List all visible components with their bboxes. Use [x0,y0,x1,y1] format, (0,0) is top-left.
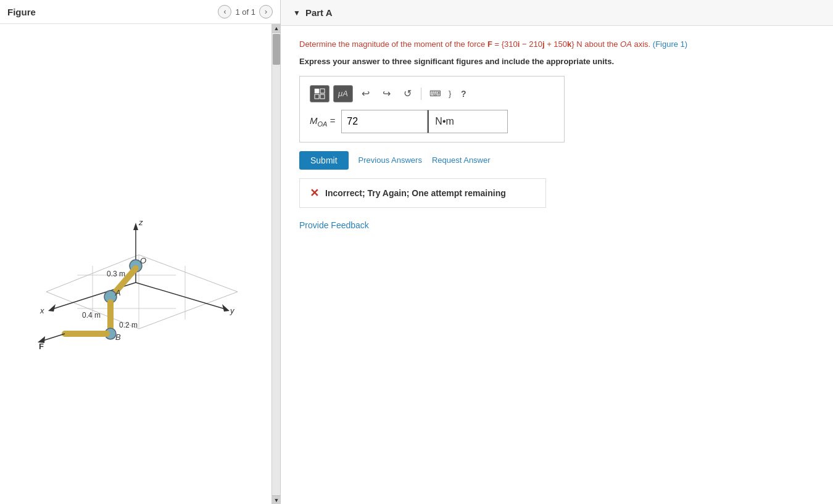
prev-figure-button[interactable]: ‹ [218,5,231,19]
request-answer-link[interactable]: Request Answer [432,155,491,165]
figure-content: z x y O A [0,24,280,504]
svg-text:y: y [230,306,235,315]
svg-marker-13 [48,304,56,312]
svg-text:A: A [115,288,121,297]
undo-button[interactable]: ↩ [357,85,374,102]
keyboard-button[interactable]: ⌨ [426,85,444,102]
help-button[interactable]: ? [455,85,472,102]
scroll-up-button[interactable]: ▲ [272,24,280,33]
svg-text:F: F [39,342,44,351]
svg-text:z: z [138,218,143,227]
answer-box: μA ↩ ↪ ↺ ⌨ } ? MOA = N•m [299,76,565,143]
svg-rect-35 [315,94,319,99]
figure-link[interactable]: (Figure 1) [653,39,687,49]
moa-label: MOA = [310,115,335,128]
svg-marker-16 [222,304,230,312]
part-collapse-arrow[interactable]: ▼ [293,9,300,17]
page-indicator: 1 of 1 [235,7,255,17]
error-box: ✕ Incorrect; Try Again; One attempt rema… [299,178,546,208]
svg-text:B: B [115,333,121,342]
error-icon: ✕ [310,186,319,200]
svg-line-15 [136,283,225,309]
svg-line-1 [139,255,238,292]
figure-svg-area: z x y O A [0,24,271,504]
content-area: Determine the magnitude of the moment of… [281,26,833,242]
reset-button[interactable]: ↺ [399,85,416,102]
units-box: N•m [428,110,508,133]
previous-answers-link[interactable]: Previous Answers [358,155,422,165]
answer-input[interactable] [341,110,428,133]
moa-sub: OA [318,120,328,128]
units-value: N•m [435,116,454,127]
problem-description: Determine the magnitude of the moment of… [299,39,650,49]
toolbar-separator [421,88,421,100]
submit-row: Submit Previous Answers Request Answer [299,151,814,170]
provide-feedback-link[interactable]: Provide Feedback [299,220,369,230]
mu-button[interactable]: μA [333,85,353,102]
matrix-button[interactable] [310,85,329,102]
svg-rect-36 [320,94,325,99]
redo-button[interactable]: ↪ [378,85,395,102]
left-panel: Figure ‹ 1 of 1 › [0,0,281,504]
toolbar: μA ↩ ↪ ↺ ⌨ } ? [310,85,554,102]
nav-controls: ‹ 1 of 1 › [218,5,273,19]
svg-marker-10 [133,223,138,230]
instructions: Express your answer to three significant… [299,57,814,66]
input-row: MOA = N•m [310,110,554,133]
svg-text:x: x [39,306,44,315]
right-panel: ▼ Part A Determine the magnitude of the … [281,0,833,504]
scrollbar-thumb[interactable] [273,34,280,65]
mu-label: μA [338,89,348,98]
svg-text:O: O [140,256,146,265]
error-message: Incorrect; Try Again; One attempt remain… [325,188,506,198]
part-title: Part A [305,7,333,18]
next-figure-button[interactable]: › [259,5,273,19]
svg-text:0.2 m: 0.2 m [119,321,138,329]
problem-text: Determine the magnitude of the moment of… [299,38,814,51]
figure-title: Figure [7,7,218,17]
moa-equals: = [330,115,336,126]
bracket-label: } [449,89,451,98]
moa-m: M [310,115,318,126]
svg-rect-34 [320,89,325,93]
svg-line-3 [139,292,238,329]
svg-rect-33 [315,89,319,93]
figure-diagram: z x y O A [15,175,250,353]
figure-header: Figure ‹ 1 of 1 › [0,0,280,24]
figure-scrollbar[interactable]: ▲ ▼ [271,24,280,504]
part-header: ▼ Part A [281,0,833,26]
svg-text:0.4 m: 0.4 m [82,311,101,320]
scroll-down-button[interactable]: ▼ [272,495,280,504]
submit-button[interactable]: Submit [299,151,349,170]
svg-text:0.3 m: 0.3 m [107,270,125,278]
